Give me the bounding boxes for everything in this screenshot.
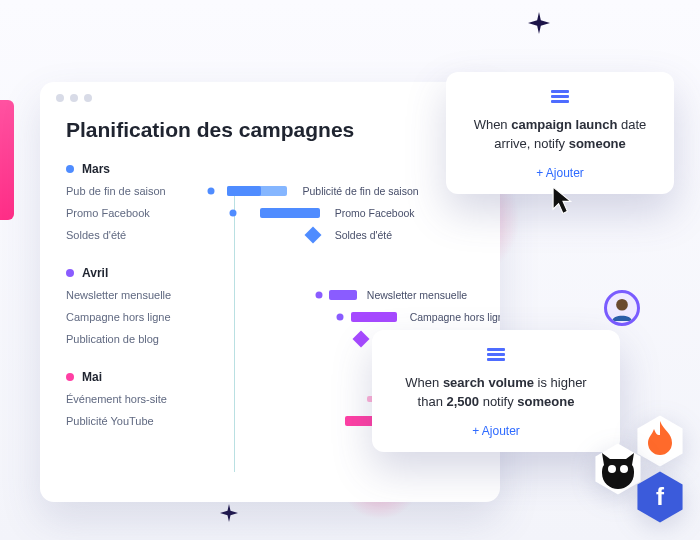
avatar [604, 290, 640, 326]
facebook-icon[interactable]: f [636, 470, 684, 524]
stack-icon [487, 348, 505, 362]
bar-label: Campagne hors ligne [410, 311, 500, 323]
svg-point-4 [608, 465, 616, 473]
month-label: Avril [82, 266, 108, 280]
owl-icon[interactable] [594, 442, 642, 496]
row-label: Campagne hors ligne [66, 311, 206, 323]
svg-point-1 [616, 299, 628, 311]
automation-card-campaign[interactable]: When campaign launch date arrive, notify… [446, 72, 674, 194]
row-label: Publication de blog [66, 333, 206, 345]
card-text: When campaign launch date arrive, notify… [468, 116, 652, 154]
svg-point-5 [620, 465, 628, 473]
gantt-row[interactable]: Promo Facebook Promo Facebook [66, 202, 474, 224]
row-label: Newsletter mensuelle [66, 289, 206, 301]
integration-icons: f [564, 414, 694, 534]
fire-icon[interactable] [636, 414, 684, 468]
window-dots [56, 94, 92, 102]
month-section-mars: Mars Pub de fin de saison Publicité de f… [40, 152, 500, 248]
bar-label: Publicité de fin de saison [302, 185, 418, 197]
gantt-row[interactable]: Soldes d'été Soldes d'été [66, 224, 474, 246]
bar-label: Promo Facebook [335, 207, 415, 219]
gantt-row[interactable]: Newsletter mensuelle Newsletter mensuell… [66, 284, 474, 306]
sparkle-icon [528, 12, 550, 34]
decorative-pink-bar [0, 100, 14, 220]
gantt-row[interactable]: Campagne hors ligne Campagne hors ligne [66, 306, 474, 328]
row-label: Soldes d'été [66, 229, 206, 241]
month-label: Mars [82, 162, 110, 176]
bar-label: Newsletter mensuelle [367, 289, 467, 301]
month-label: Mai [82, 370, 102, 384]
month-header[interactable]: Avril [66, 260, 474, 284]
sparkle-icon [220, 504, 238, 522]
gantt-row[interactable]: Pub de fin de saison Publicité de fin de… [66, 180, 474, 202]
month-header[interactable]: Mars [66, 156, 474, 180]
row-label: Promo Facebook [66, 207, 206, 219]
bar-label: Soldes d'été [335, 229, 392, 241]
cursor-icon [552, 186, 574, 214]
stack-icon [551, 90, 569, 104]
row-label: Événement hors-site [66, 393, 206, 405]
row-label: Publicité YouTube [66, 415, 206, 427]
add-button[interactable]: + Ajouter [468, 166, 652, 180]
card-text: When search volume is higher than 2,500 … [394, 374, 598, 412]
row-label: Pub de fin de saison [66, 185, 206, 197]
page-title: Planification des campagnes [40, 110, 500, 152]
